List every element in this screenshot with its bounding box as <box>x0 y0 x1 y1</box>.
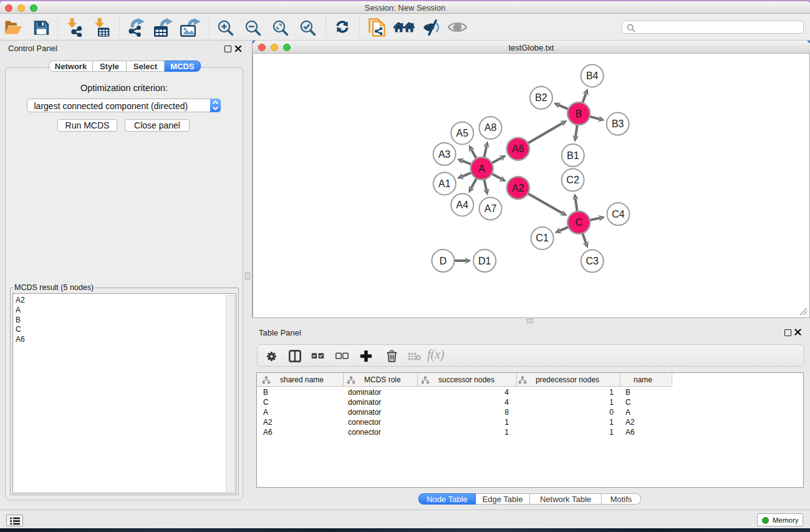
svg-text:B2: B2 <box>535 92 547 103</box>
svg-text:C4: C4 <box>612 209 625 220</box>
svg-text:B1: B1 <box>567 150 579 161</box>
svg-text:B: B <box>576 109 582 119</box>
svg-text:D: D <box>440 256 447 266</box>
svg-text:A5: A5 <box>456 128 469 138</box>
svg-text:C: C <box>575 217 582 228</box>
svg-text:C2: C2 <box>566 175 579 185</box>
svg-text:A2: A2 <box>512 183 524 193</box>
svg-text:A7: A7 <box>485 203 497 214</box>
svg-text:C3: C3 <box>586 256 599 266</box>
svg-text:A8: A8 <box>485 122 497 133</box>
svg-text:A: A <box>478 163 485 174</box>
svg-text:B3: B3 <box>612 118 624 129</box>
svg-text:A3: A3 <box>438 149 451 160</box>
svg-text:D1: D1 <box>478 256 491 266</box>
svg-text:A1: A1 <box>438 178 451 189</box>
svg-text:A4: A4 <box>456 200 469 210</box>
svg-text:A6: A6 <box>512 143 524 154</box>
svg-text:B4: B4 <box>586 70 599 81</box>
svg-text:C1: C1 <box>536 233 549 243</box>
